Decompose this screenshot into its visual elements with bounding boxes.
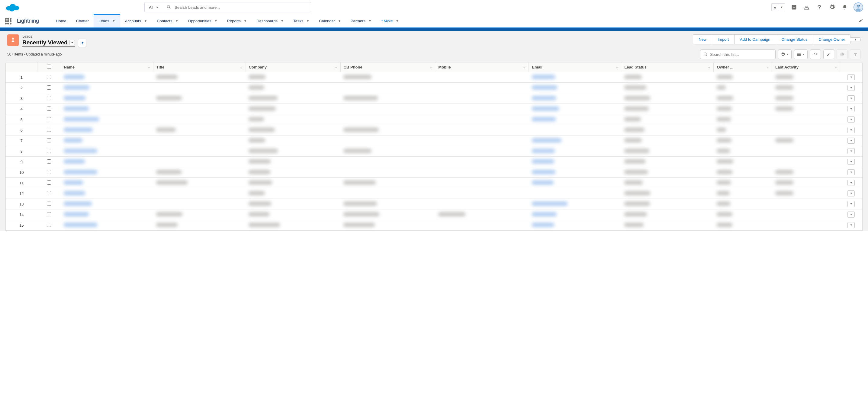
row-actions-button[interactable]: ▼ bbox=[847, 201, 855, 207]
cell-email[interactable] bbox=[529, 167, 621, 178]
tab-chatter[interactable]: Chatter bbox=[71, 14, 94, 28]
cell-name[interactable] bbox=[61, 199, 153, 209]
cell-name[interactable] bbox=[61, 125, 153, 136]
row-actions-button[interactable]: ▼ bbox=[847, 127, 855, 133]
row-checkbox[interactable] bbox=[47, 212, 51, 216]
list-search[interactable] bbox=[700, 49, 776, 59]
row-checkbox[interactable] bbox=[47, 170, 51, 174]
cell-name[interactable] bbox=[61, 114, 153, 125]
row-actions-button[interactable]: ▼ bbox=[847, 116, 855, 123]
row-checkbox[interactable] bbox=[47, 117, 51, 121]
column-header-email[interactable]: Email⌄ bbox=[529, 63, 621, 72]
search-scope-button[interactable]: All ▼ bbox=[144, 2, 163, 12]
filter-button[interactable] bbox=[850, 49, 861, 59]
row-actions-button[interactable]: ▼ bbox=[847, 74, 855, 80]
tab-opportunities[interactable]: Opportunities▼ bbox=[183, 14, 222, 28]
table-row[interactable]: 13▼ bbox=[6, 199, 862, 209]
cell-email[interactable] bbox=[529, 199, 621, 209]
table-row[interactable]: 14▼ bbox=[6, 209, 862, 220]
tab-more[interactable]: * More▼ bbox=[376, 14, 403, 28]
row-actions-button[interactable]: ▼ bbox=[847, 191, 855, 197]
cell-email[interactable] bbox=[529, 104, 621, 114]
row-checkbox[interactable] bbox=[47, 223, 51, 227]
cell-email[interactable] bbox=[529, 114, 621, 125]
change-owner-button[interactable]: Change Owner bbox=[813, 35, 850, 44]
cell-email[interactable] bbox=[529, 220, 621, 231]
cell-name[interactable] bbox=[61, 104, 153, 114]
row-actions-button[interactable]: ▼ bbox=[847, 222, 855, 228]
cell-name[interactable] bbox=[61, 220, 153, 231]
display-as-button[interactable]: ▼ bbox=[794, 49, 808, 59]
cell-email[interactable] bbox=[529, 157, 621, 167]
more-actions-button[interactable]: ▼ bbox=[850, 37, 861, 41]
row-actions-button[interactable]: ▼ bbox=[847, 106, 855, 112]
help-icon[interactable]: ? bbox=[815, 3, 823, 11]
search-input[interactable] bbox=[175, 5, 307, 10]
row-actions-button[interactable]: ▼ bbox=[847, 95, 855, 101]
change-status-button[interactable]: Change Status bbox=[776, 35, 813, 44]
row-actions-button[interactable]: ▼ bbox=[847, 211, 855, 217]
row-checkbox[interactable] bbox=[47, 85, 51, 90]
pin-list-button[interactable] bbox=[78, 39, 86, 47]
cell-email[interactable] bbox=[529, 136, 621, 146]
row-checkbox[interactable] bbox=[47, 128, 51, 132]
column-header-lead-status[interactable]: Lead Status⌄ bbox=[621, 63, 714, 72]
refresh-button[interactable] bbox=[810, 49, 821, 59]
cell-name[interactable] bbox=[61, 72, 153, 83]
list-view-picker[interactable]: Recently Viewed ▼ bbox=[22, 39, 75, 46]
notifications-bell-icon[interactable] bbox=[841, 3, 849, 11]
cell-email[interactable] bbox=[529, 178, 621, 188]
row-actions-button[interactable]: ▼ bbox=[847, 169, 855, 175]
cell-email[interactable] bbox=[529, 146, 621, 157]
row-checkbox[interactable] bbox=[47, 96, 51, 100]
trailhead-icon[interactable] bbox=[803, 3, 811, 11]
tab-partners[interactable]: Partners▼ bbox=[346, 14, 376, 28]
column-header-title[interactable]: Title⌄ bbox=[153, 63, 246, 72]
table-row[interactable]: 2▼ bbox=[6, 83, 862, 93]
table-row[interactable]: 4▼ bbox=[6, 104, 862, 114]
row-checkbox[interactable] bbox=[47, 180, 51, 185]
setup-gear-icon[interactable] bbox=[828, 3, 836, 11]
cell-name[interactable] bbox=[61, 146, 153, 157]
app-launcher-icon[interactable] bbox=[5, 18, 11, 25]
table-row[interactable]: 11▼ bbox=[6, 178, 862, 188]
cell-email[interactable] bbox=[529, 125, 621, 136]
tab-contacts[interactable]: Contacts▼ bbox=[152, 14, 183, 28]
table-row[interactable]: 8▼ bbox=[6, 146, 862, 157]
avatar[interactable] bbox=[854, 2, 863, 12]
list-view-controls-gear[interactable]: ▼ bbox=[778, 49, 792, 59]
select-all-checkbox[interactable] bbox=[47, 65, 51, 69]
column-header-name[interactable]: Name⌄ bbox=[61, 63, 153, 72]
column-header-last-activity[interactable]: Last Activity⌄ bbox=[772, 63, 840, 72]
chart-button[interactable] bbox=[837, 49, 847, 59]
row-checkbox[interactable] bbox=[47, 149, 51, 153]
row-actions-button[interactable]: ▼ bbox=[847, 148, 855, 154]
cell-email[interactable] bbox=[529, 83, 621, 93]
add-button[interactable] bbox=[790, 3, 798, 11]
cell-name[interactable] bbox=[61, 178, 153, 188]
row-checkbox[interactable] bbox=[47, 191, 51, 195]
cell-name[interactable] bbox=[61, 157, 153, 167]
table-row[interactable]: 5▼ bbox=[6, 114, 862, 125]
column-header-company[interactable]: Company⌄ bbox=[246, 63, 340, 72]
table-row[interactable]: 6▼ bbox=[6, 125, 862, 136]
cell-name[interactable] bbox=[61, 188, 153, 199]
column-header-mobile[interactable]: Mobile⌄ bbox=[435, 63, 529, 72]
table-row[interactable]: 9▼ bbox=[6, 157, 862, 167]
new-button[interactable]: New bbox=[693, 35, 712, 44]
row-actions-button[interactable]: ▼ bbox=[847, 159, 855, 165]
search-box[interactable] bbox=[163, 2, 311, 12]
cell-name[interactable] bbox=[61, 83, 153, 93]
cell-email[interactable] bbox=[529, 93, 621, 104]
column-header-owner-[interactable]: Owner ...⌄ bbox=[714, 63, 772, 72]
cell-email[interactable] bbox=[529, 209, 621, 220]
table-row[interactable]: 15▼ bbox=[6, 220, 862, 231]
favorites-button[interactable]: ★ ▼ bbox=[771, 3, 785, 11]
row-checkbox[interactable] bbox=[47, 75, 51, 79]
inline-edit-button[interactable] bbox=[823, 49, 834, 59]
tab-reports[interactable]: Reports▼ bbox=[222, 14, 252, 28]
row-checkbox[interactable] bbox=[47, 106, 51, 111]
table-row[interactable]: 7▼ bbox=[6, 136, 862, 146]
column-header-cb-phone[interactable]: CB Phone⌄ bbox=[340, 63, 435, 72]
tab-home[interactable]: Home bbox=[51, 14, 71, 28]
